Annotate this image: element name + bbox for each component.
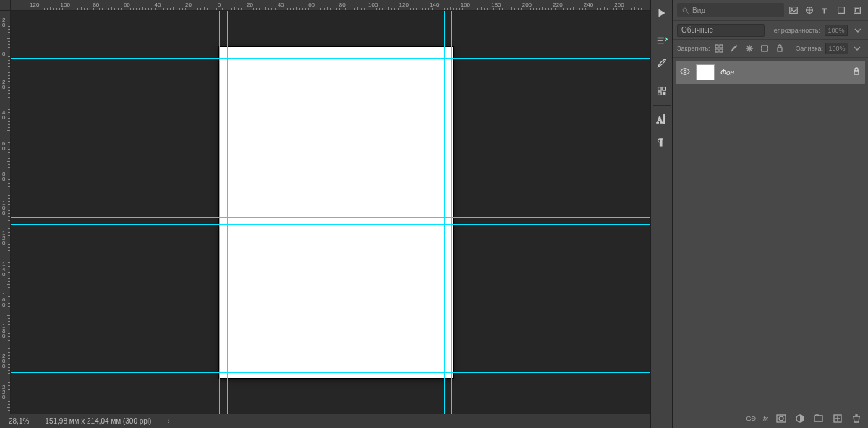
layer-lock-icon[interactable] [852,67,861,77]
filter-images-icon[interactable] [787,4,800,17]
link-layers-icon[interactable]: GĐ [746,415,756,422]
paragraph-icon[interactable]: ¶ [652,131,672,151]
svg-rect-19 [715,49,718,52]
svg-text:T: T [822,7,827,14]
layers-footer: GĐ fx [673,408,868,428]
svg-point-23 [684,70,686,73]
svg-rect-16 [855,8,859,12]
svg-rect-3 [658,92,661,95]
blend-mode-select[interactable]: Обычные [677,24,765,37]
side-panel: Вид T Обычные Непрозрачность: 100% Закре… [673,0,868,428]
expand-panels-icon[interactable] [652,3,672,23]
vertical-ruler: 20020406080100120140160180200220 [0,11,11,414]
filter-text-icon[interactable]: T [819,4,832,17]
layer-thumbnail[interactable] [696,64,715,80]
svg-rect-4 [662,92,665,95]
brush-icon[interactable] [652,53,672,73]
fill-chevron-icon[interactable] [851,42,864,55]
svg-text:A: A [656,116,663,125]
lock-label: Закрепить: [677,45,710,52]
svg-rect-2 [662,87,665,91]
svg-rect-21 [762,46,767,51]
svg-rect-18 [720,45,723,48]
opacity-field[interactable]: 100% [825,25,848,36]
svg-rect-20 [720,49,723,52]
svg-point-11 [791,8,793,9]
fx-icon[interactable]: fx [763,415,768,422]
ruler-corner [0,0,11,11]
svg-rect-6 [663,115,664,124]
new-layer-icon[interactable] [832,413,843,424]
lock-position-icon[interactable] [743,42,756,55]
svg-rect-14 [838,7,845,14]
character-icon[interactable]: A [652,109,672,129]
fill-field[interactable]: 100% [825,43,848,54]
document-dimensions: 151,98 мм x 214,04 мм (300 ppi) [45,417,151,425]
layer-name[interactable]: Фон [720,69,846,77]
zoom-level[interactable]: 28,1% [9,417,29,425]
layer-mask-icon[interactable] [775,413,787,424]
lock-pixels-icon[interactable] [712,42,726,55]
group-icon[interactable] [813,413,825,424]
paragraph-styles-icon[interactable] [652,31,672,51]
layer-row[interactable]: Фон [676,61,865,84]
lock-brush-icon[interactable] [728,42,741,55]
info-chevron-icon[interactable]: › [167,417,169,425]
search-icon [681,7,689,14]
swatches-icon[interactable] [652,81,672,101]
svg-marker-0 [658,9,665,17]
svg-rect-22 [778,48,782,51]
lock-all-icon[interactable] [773,42,786,55]
lock-artboard-icon[interactable] [758,42,771,55]
status-bar: 28,1% 151,98 мм x 214,04 мм (300 ppi) › [0,414,650,428]
filter-adjustments-icon[interactable] [803,4,816,17]
svg-rect-1 [658,87,661,91]
layer-search-input[interactable]: Вид [677,3,784,17]
svg-line-9 [686,11,689,13]
opacity-label: Непрозрачность: [769,27,820,34]
adjustment-layer-icon[interactable] [794,413,806,424]
layers-list: Фон [673,58,868,408]
filter-shapes-icon[interactable] [835,4,848,17]
svg-rect-24 [854,71,859,74]
svg-point-8 [683,8,687,12]
delete-layer-icon[interactable] [851,413,862,424]
artboard[interactable] [219,47,453,378]
horizontal-ruler: 1201008060402002040608010012014016018020… [11,0,650,11]
fill-label: Заливка: [796,45,823,52]
search-placeholder: Вид [692,7,705,14]
filter-smart-icon[interactable] [851,4,864,17]
canvas-viewport[interactable] [11,11,650,414]
svg-point-26 [779,416,783,421]
svg-rect-17 [715,45,718,48]
vertical-toolbar: A ¶ [650,0,673,428]
svg-text:¶: ¶ [658,136,662,147]
opacity-chevron-icon[interactable] [852,25,864,36]
visibility-eye-icon[interactable] [680,67,690,78]
